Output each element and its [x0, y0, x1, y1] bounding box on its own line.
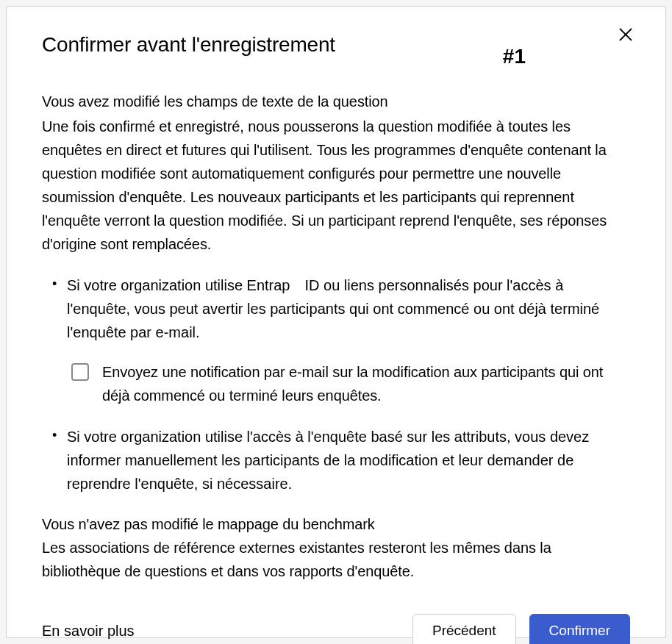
email-notification-checkbox[interactable] — [71, 363, 89, 381]
confirm-dialog: #1 Confirmer avant l'enregistrement Vous… — [6, 6, 666, 638]
section2-heading: Vous n'avez pas modifié le mappage du be… — [42, 516, 630, 533]
bullet-1-text: Si votre organization utilise Entrap ID … — [67, 277, 599, 340]
section2-paragraph: Les associations de référence externes e… — [42, 536, 630, 583]
close-button[interactable] — [615, 24, 636, 45]
close-icon — [617, 26, 635, 43]
checkbox-row: Envoyez une notification par e-mail sur … — [71, 360, 630, 407]
item-number: #1 — [503, 45, 526, 68]
dialog-title: Confirmer avant l'enregistrement — [42, 33, 335, 57]
section1-paragraph: Une fois confirmé et enregistré, nous po… — [42, 115, 630, 256]
bullet-2-text: Si votre organization utilise l'accès à … — [67, 429, 589, 492]
dialog-header: Confirmer avant l'enregistrement — [42, 33, 630, 57]
bullet-list: Si votre organization utilise Entrap ID … — [42, 273, 630, 495]
dialog-footer: En savoir plus Précédent Confirmer — [42, 614, 630, 644]
learn-more-link[interactable]: En savoir plus — [42, 623, 135, 640]
bullet-item-2: Si votre organization utilise l'accès à … — [42, 425, 630, 495]
dialog-body: Vous avez modifié les champs de texte de… — [42, 93, 630, 584]
bullet-item-1: Si votre organization utilise Entrap ID … — [42, 273, 630, 407]
footer-buttons: Précédent Confirmer — [412, 614, 630, 644]
checkbox-label: Envoyez une notification par e-mail sur … — [102, 360, 630, 407]
section1-heading: Vous avez modifié les champs de texte de… — [42, 93, 630, 110]
previous-button[interactable]: Précédent — [412, 614, 516, 644]
confirm-button[interactable]: Confirmer — [529, 614, 630, 644]
